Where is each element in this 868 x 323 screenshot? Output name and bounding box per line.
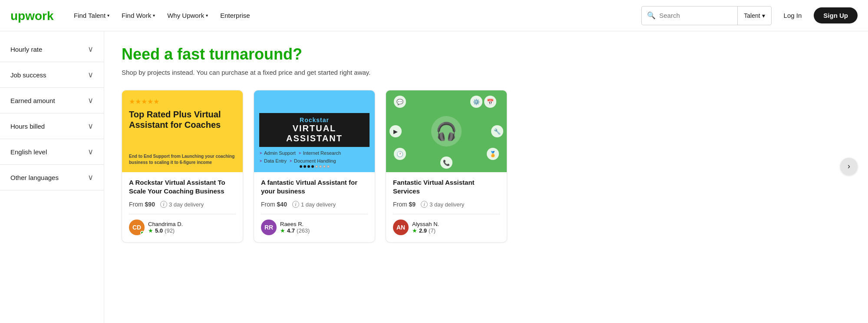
search-input-wrap: 🔍 — [642, 11, 737, 20]
card-2-image: Rockstar VIRTUAL ASSISTANT Admin Support… — [254, 90, 375, 172]
promo-title: Need a fast turnaround? — [122, 45, 851, 63]
orbit-icon-chat: 💬 — [394, 96, 406, 108]
svg-text:upwork: upwork — [10, 9, 54, 23]
card-3-author: AN Alyssah N. ★ 2.9 (7) — [393, 220, 500, 235]
filter-hourly-rate[interactable]: Hourly rate ∨ — [0, 37, 104, 62]
filter-hours-billed[interactable]: Hours billed ∨ — [0, 113, 104, 139]
content-area: Need a fast turnaround? Shop by projects… — [104, 31, 868, 323]
card-2-author: RR Raees R. ★ 4.7 (263) — [261, 220, 368, 235]
chevron-down-icon: ▾ — [153, 13, 155, 18]
navbar: upwork Find Talent ▾ Find Work ▾ Why Upw… — [0, 0, 868, 31]
online-indicator — [140, 231, 144, 235]
navbar-right: 🔍 Talent ▾ Log In Sign Up — [641, 6, 858, 25]
card-2-tags: Admin Support Internet Research Data Ent… — [259, 147, 370, 163]
filter-other-languages[interactable]: Other languages ∨ — [0, 165, 104, 190]
filter-earned-amount[interactable]: Earned amount ∨ — [0, 88, 104, 113]
promo-section: Need a fast turnaround? Shop by projects… — [122, 45, 851, 76]
filter-english-level[interactable]: English level ∨ — [0, 139, 104, 165]
orbit-icon-clock: 🕐 — [394, 148, 406, 160]
headset-icon: 🎧 — [431, 116, 462, 147]
main-layout: Hourly rate ∨ Job success ∨ Earned amoun… — [0, 31, 868, 323]
nav-find-work[interactable]: Find Work ▾ — [116, 8, 160, 23]
star-icon: ★ — [148, 227, 153, 234]
card-3-author-name: Alyssah N. — [412, 221, 500, 227]
card-2-dots — [300, 165, 330, 168]
nav-links: Find Talent ▾ Find Work ▾ Why Upwork ▾ E… — [69, 8, 641, 23]
card-1-author-name: Chandrima D. — [148, 221, 236, 227]
card-2-title: A fantastic Virtual Assistant for your b… — [261, 178, 368, 196]
card-1-body: A Rockstar Virtual Assistant To Scale Yo… — [122, 172, 243, 242]
orbit-icon-play: ▶ — [389, 125, 402, 137]
chevron-down-icon: ∨ — [88, 147, 93, 157]
card-3-avatar: AN — [393, 220, 409, 235]
search-icon: 🔍 — [647, 11, 656, 20]
card-3-image: 💬 📅 ⚙️ ▶ 🔧 🕐 📞 🏅 🎧 — [386, 90, 507, 172]
star-icon: ★ — [412, 227, 417, 234]
chevron-down-icon: ∨ — [88, 121, 93, 131]
nav-why-upwork[interactable]: Why Upwork ▾ — [162, 8, 213, 23]
filter-job-success[interactable]: Job success ∨ — [0, 62, 104, 88]
card-1-title: A Rockstar Virtual Assistant To Scale Yo… — [129, 178, 236, 196]
star-icon: ★ — [280, 227, 285, 234]
card-2-avatar: RR — [261, 220, 277, 235]
card-2[interactable]: Rockstar VIRTUAL ASSISTANT Admin Support… — [254, 90, 375, 243]
card-3-divider — [393, 214, 500, 214]
card-1-stars: ★★★★★ — [129, 97, 236, 106]
orbit-icon-badge: 🏅 — [487, 148, 499, 160]
card-1-delivery: i 3 day delivery — [160, 201, 204, 208]
info-icon: i — [421, 201, 428, 208]
nav-find-talent[interactable]: Find Talent ▾ — [69, 8, 115, 23]
orbit-icon-calendar: 📅 — [484, 96, 496, 108]
card-2-divider — [261, 214, 368, 214]
chevron-down-icon: ▾ — [107, 13, 109, 18]
card-1-avatar: CD — [129, 220, 145, 235]
chevron-down-icon: ∨ — [88, 173, 93, 182]
logo[interactable]: upwork — [10, 9, 55, 23]
info-icon: i — [292, 201, 299, 208]
card-1-author: CD Chandrima D. ★ 5.0 (92) — [129, 220, 236, 235]
card-3-author-rating: ★ 2.9 (7) — [412, 227, 500, 234]
sidebar: Hourly rate ∨ Job success ∨ Earned amoun… — [0, 31, 104, 323]
card-1[interactable]: ★★★★★ Top Rated Plus Virtual Assistant f… — [122, 90, 243, 243]
card-2-author-name: Raees R. — [280, 221, 368, 227]
chevron-down-icon: ∨ — [88, 70, 93, 80]
card-3-title: Fantastic Virtual Assistant Services — [393, 178, 500, 196]
card-1-divider — [129, 214, 236, 214]
chevron-down-icon: ▾ — [762, 12, 765, 19]
card-1-image: ★★★★★ Top Rated Plus Virtual Assistant f… — [122, 90, 243, 172]
search-input[interactable] — [659, 12, 711, 19]
signup-button[interactable]: Sign Up — [814, 7, 858, 23]
login-button[interactable]: Log In — [777, 8, 809, 23]
orbit-icon-phone: 📞 — [440, 157, 452, 169]
info-icon: i — [160, 201, 167, 208]
search-bar: 🔍 Talent ▾ — [641, 6, 771, 25]
card-1-pricing: From $90 i 3 day delivery — [129, 201, 236, 208]
card-3-delivery: i 3 day delivery — [421, 201, 464, 208]
promo-subtitle: Shop by projects instead. You can purcha… — [122, 69, 851, 76]
card-2-pricing: From $40 i 1 day delivery — [261, 201, 368, 208]
card-2-badge: Rockstar VIRTUAL ASSISTANT — [259, 113, 370, 147]
next-arrow-button[interactable]: › — [840, 158, 858, 175]
card-1-hero-subtitle: End to End Support from Launching your c… — [129, 153, 236, 165]
card-3[interactable]: 💬 📅 ⚙️ ▶ 🔧 🕐 📞 🏅 🎧 — [386, 90, 507, 243]
card-3-body: Fantastic Virtual Assistant Services Fro… — [386, 172, 507, 242]
orbit-icon-gear: ⚙️ — [470, 96, 482, 108]
chevron-down-icon: ▾ — [206, 13, 208, 18]
chevron-down-icon: ∨ — [88, 96, 93, 105]
card-2-delivery: i 1 day delivery — [292, 201, 336, 208]
card-3-pricing: From $9 i 3 day delivery — [393, 201, 500, 208]
chevron-down-icon: ∨ — [88, 44, 93, 54]
card-2-body: A fantastic Virtual Assistant for your b… — [254, 172, 375, 242]
cards-row: ★★★★★ Top Rated Plus Virtual Assistant f… — [122, 90, 851, 243]
card-1-hero-title: Top Rated Plus Virtual Assistant for Coa… — [129, 109, 236, 130]
card-2-author-rating: ★ 4.7 (263) — [280, 227, 368, 234]
talent-dropdown[interactable]: Talent ▾ — [738, 6, 771, 25]
nav-enterprise[interactable]: Enterprise — [215, 8, 255, 23]
orbit-icon-cog: 🔧 — [491, 125, 503, 137]
card-1-author-rating: ★ 5.0 (92) — [148, 227, 236, 234]
